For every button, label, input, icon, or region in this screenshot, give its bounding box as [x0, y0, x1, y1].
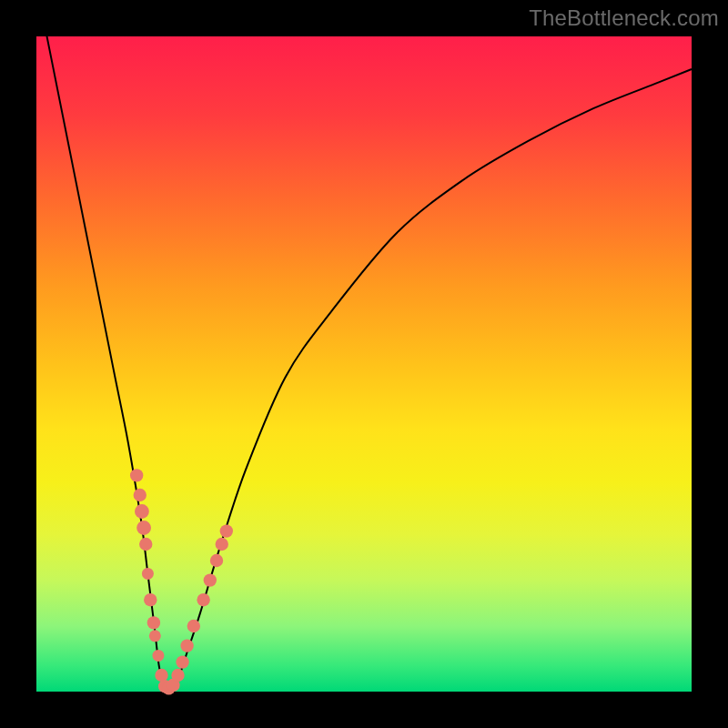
marker-dot	[134, 489, 147, 501]
marker-dot	[130, 469, 143, 481]
marker-dot	[216, 538, 228, 551]
marker-dot	[142, 568, 154, 580]
marker-dot	[136, 521, 151, 535]
marker-dot	[139, 538, 152, 551]
marker-dot	[187, 620, 200, 632]
marker-dot	[147, 616, 160, 629]
marker-dot	[176, 655, 188, 668]
marker-dot	[155, 669, 167, 682]
chart-frame: TheBottleneck.com	[0, 0, 728, 728]
watermark-text: TheBottleneck.com	[529, 5, 719, 31]
marker-dot	[220, 524, 233, 537]
marker-dot	[135, 504, 149, 519]
curve-markers	[130, 469, 233, 694]
marker-dot	[197, 593, 209, 606]
bottleneck-curve	[36, 0, 692, 688]
marker-dot	[180, 639, 193, 652]
marker-dot	[144, 593, 157, 606]
marker-dot	[152, 650, 164, 662]
marker-dot	[171, 669, 184, 682]
marker-dot	[149, 630, 161, 642]
marker-dot	[210, 554, 223, 567]
curve-svg	[36, 36, 692, 692]
plot-area	[36, 36, 692, 692]
marker-dot	[204, 573, 217, 586]
